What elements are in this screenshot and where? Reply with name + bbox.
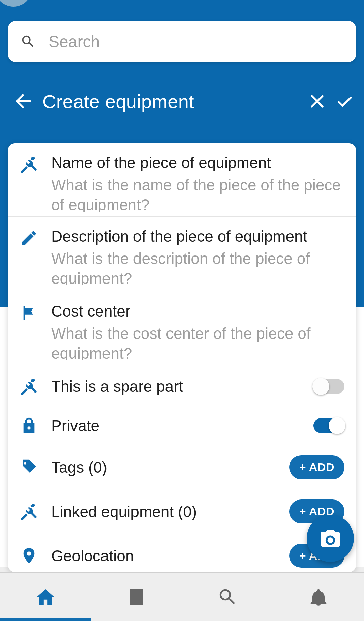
tags-row: Tags (0) + ADD bbox=[8, 445, 356, 489]
pencil-icon bbox=[20, 228, 38, 247]
cost-center-field[interactable]: Cost center What is the cost center of t… bbox=[8, 292, 356, 367]
back-button[interactable] bbox=[13, 91, 34, 111]
pin-icon bbox=[20, 546, 38, 565]
private-row: Private bbox=[8, 406, 356, 445]
spare-part-toggle[interactable] bbox=[313, 379, 344, 394]
search-bar[interactable] bbox=[8, 21, 356, 62]
title-bar: Create equipment bbox=[0, 84, 364, 118]
description-label: Description of the piece of equipment bbox=[51, 227, 344, 245]
bottom-nav bbox=[0, 572, 364, 621]
linked-equipment-label: Linked equipment (0) bbox=[51, 503, 289, 521]
name-field[interactable]: Name of the piece of equipment What is t… bbox=[8, 143, 356, 217]
tools-icon bbox=[20, 502, 38, 521]
spare-part-row: This is a spare part bbox=[8, 367, 356, 406]
cost-center-placeholder: What is the cost center of the piece of … bbox=[51, 324, 344, 360]
private-label: Private bbox=[51, 416, 313, 435]
search-icon bbox=[217, 587, 238, 608]
cost-center-label: Cost center bbox=[51, 302, 344, 320]
cancel-button[interactable] bbox=[308, 92, 326, 110]
document-icon bbox=[126, 587, 147, 608]
description-field[interactable]: Description of the piece of equipment Wh… bbox=[8, 217, 356, 292]
form-card: Name of the piece of equipment What is t… bbox=[8, 143, 356, 572]
name-label: Name of the piece of equipment bbox=[51, 154, 344, 172]
page-title: Create equipment bbox=[42, 90, 299, 112]
private-toggle[interactable] bbox=[313, 418, 344, 433]
camera-icon bbox=[319, 527, 342, 550]
name-placeholder: What is the name of the piece of the pie… bbox=[51, 175, 344, 212]
nav-home[interactable] bbox=[0, 573, 91, 621]
tools-icon bbox=[20, 155, 38, 174]
linked-equipment-row: Linked equipment (0) + ADD bbox=[8, 489, 356, 534]
search-input[interactable] bbox=[49, 32, 344, 51]
bell-icon bbox=[308, 587, 329, 608]
geolocation-row: Geolocation + ADD bbox=[8, 534, 356, 572]
add-tag-button[interactable]: + ADD bbox=[289, 455, 344, 479]
nav-search[interactable] bbox=[182, 573, 273, 621]
nav-active-indicator bbox=[0, 618, 91, 621]
flag-icon bbox=[20, 303, 38, 322]
confirm-button[interactable] bbox=[336, 92, 354, 110]
tools-icon bbox=[20, 377, 38, 396]
camera-fab[interactable] bbox=[307, 515, 354, 562]
nav-notifications[interactable] bbox=[273, 573, 364, 621]
home-icon bbox=[35, 587, 56, 608]
tag-icon bbox=[20, 458, 38, 477]
spare-part-label: This is a spare part bbox=[51, 377, 313, 396]
description-placeholder: What is the description of the piece of … bbox=[51, 249, 344, 285]
lock-icon bbox=[20, 416, 38, 435]
search-icon bbox=[20, 34, 36, 49]
nav-list[interactable] bbox=[91, 573, 182, 621]
tags-label: Tags (0) bbox=[51, 458, 289, 477]
geolocation-label: Geolocation bbox=[51, 547, 289, 565]
